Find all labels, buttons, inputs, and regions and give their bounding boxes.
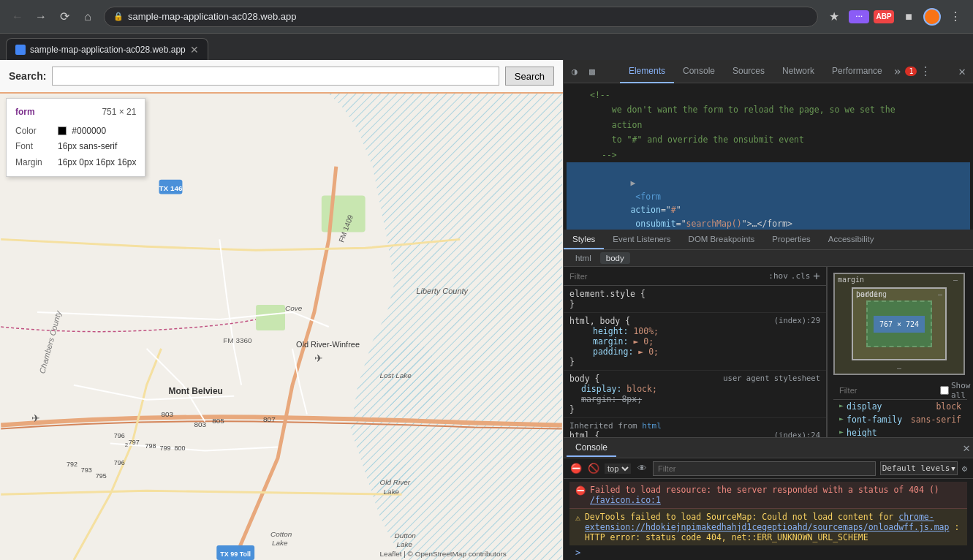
svg-text:796: 796 — [114, 432, 125, 439]
svg-text:Lake: Lake — [397, 540, 413, 548]
top-context-select[interactable]: top — [605, 463, 631, 474]
rule-source-3[interactable]: (index):24 — [774, 431, 820, 437]
tab-network[interactable]: Network — [773, 60, 823, 83]
svg-text:800: 800 — [174, 444, 185, 452]
font-family-arrow[interactable]: ► — [839, 415, 844, 425]
html-comment3: action — [567, 118, 970, 132]
home-button[interactable]: ⌂ — [77, 7, 98, 27]
styles-left: :hov .cls + element.style { } html, body… — [564, 267, 827, 437]
sub-tab-properties[interactable]: Properties — [763, 230, 819, 249]
computed-height: ► height — [833, 426, 967, 437]
computed-filter-input[interactable] — [839, 386, 940, 395]
console-close-button[interactable]: ✕ — [963, 441, 970, 455]
rule-height: height: 100%; — [569, 326, 820, 336]
search-input[interactable] — [52, 67, 499, 86]
extension-puzzle[interactable]: ■ — [898, 7, 919, 27]
html-comment5: --> — [567, 148, 970, 162]
breadcrumb-html[interactable]: html — [569, 252, 597, 264]
console-tab-bar: Console ✕ — [564, 438, 973, 458]
breadcrumb-body[interactable]: body — [600, 252, 630, 264]
forward-button[interactable]: → — [31, 7, 51, 27]
back-button[interactable]: ← — [7, 7, 28, 27]
error-link-1[interactable]: /favicon.ico:1 — [590, 495, 661, 505]
menu-button[interactable]: ⋮ — [945, 7, 966, 27]
rule-margin: margin: ► 0; — [569, 336, 820, 347]
display-arrow[interactable]: ► — [839, 401, 844, 412]
box-model-area: margin – border – padding – 767 × 724 — [827, 267, 973, 437]
main-content: Search: Search form 751 × 21 Color #0000… — [0, 60, 973, 560]
sub-tab-dom-breakpoints[interactable]: DOM Breakpoints — [680, 230, 764, 249]
height-arrow[interactable]: ► — [839, 428, 844, 437]
tab-elements[interactable]: Elements — [620, 60, 674, 83]
devtools-panel: ◑ ▩ Elements Console Sources Network Per… — [563, 60, 973, 560]
style-rule-body: body { user agent stylesheet display: bl… — [564, 371, 826, 418]
tooltip-color-val: #000000 — [58, 124, 106, 140]
tab-sources[interactable]: Sources — [724, 60, 773, 83]
sub-tab-event-listeners[interactable]: Event Listeners — [604, 230, 679, 249]
search-bar: Search: Search — [0, 60, 563, 94]
filter-cls[interactable]: .cls — [791, 271, 811, 281]
svg-text:Dutton: Dutton — [395, 531, 417, 540]
tooltip-font-val: 16px sans-serif — [58, 139, 117, 155]
console-prompt: > — [569, 545, 967, 560]
console-filter-input[interactable] — [653, 461, 876, 476]
styles-filter-input[interactable] — [569, 272, 765, 281]
adblock-button[interactable]: ABP — [874, 10, 894, 23]
html-form-line[interactable]: ▶ <form action="#" onsubmit="searchMap()… — [567, 162, 970, 230]
styles-and-box: :hov .cls + element.style { } html, body… — [564, 267, 973, 437]
tab-console[interactable]: Console — [674, 60, 724, 83]
devtools-more-button[interactable]: ⋮ — [917, 64, 934, 78]
device-icon[interactable]: ▩ — [584, 64, 600, 80]
tab-close-button[interactable]: ✕ — [190, 44, 199, 56]
browser-chrome: ← → ⟳ ⌂ 🔒 sample-map-application-ac028.w… — [0, 0, 973, 34]
tooltip-title: form 751 × 21 — [15, 105, 136, 121]
html-comment4: to "#" and override the onsubmit event — [567, 132, 970, 147]
rule-padding: padding: ► 0; — [569, 347, 820, 357]
style-rule-html-body: html, body { (index):29 height: 100%; ma… — [564, 313, 826, 371]
filter-add[interactable]: + — [813, 269, 820, 283]
tab-favicon — [15, 45, 26, 55]
right-filter-bar: Show all — [833, 381, 967, 400]
search-button[interactable]: Search — [505, 67, 554, 86]
console-filter-toggle[interactable]: 🚫 — [587, 462, 600, 475]
form-tooltip: form 751 × 21 Color #000000 Font 16px sa… — [6, 98, 145, 177]
svg-text:Cove: Cove — [285, 304, 303, 312]
html-viewer[interactable]: <!-- we don't want the form to reload th… — [564, 83, 973, 230]
default-levels-select[interactable]: Default levels ▼ — [880, 461, 958, 475]
svg-text:Old River-Winfree: Old River-Winfree — [296, 340, 360, 349]
console-settings-btn[interactable]: ⚙ — [962, 463, 967, 474]
computed-font-family: ► font-family sans-serif — [833, 413, 967, 426]
refresh-button[interactable]: ⟳ — [54, 7, 75, 27]
rule-close-1: } — [569, 357, 820, 367]
tooltip-element: form — [15, 105, 35, 121]
console-tab[interactable]: Console — [567, 439, 616, 457]
console-eye-btn[interactable]: 👁 — [635, 462, 648, 475]
active-tab[interactable]: sample-map-application-ac028.web.app ✕ — [6, 38, 208, 60]
height-name: height — [847, 428, 877, 437]
tooltip-font-row: Font 16px sans-serif — [15, 139, 136, 155]
rule-html-body-selector: html, body { (index):29 — [569, 316, 820, 326]
computed-display: ► display block — [833, 400, 967, 413]
rule-source-1[interactable]: (index):29 — [774, 316, 820, 325]
sub-tab-accessibility[interactable]: Accessibility — [819, 230, 883, 249]
rule-display: display: block; — [569, 384, 820, 394]
box-content-dims: 767 × 724 — [874, 316, 925, 333]
font-family-name: font-family — [847, 415, 902, 425]
console-content: ⛔ Failed to load resource: the server re… — [564, 479, 973, 560]
show-all-checkbox[interactable] — [940, 386, 949, 395]
bookmark-button[interactable]: ★ — [824, 7, 844, 27]
inspect-icon[interactable]: ◑ — [567, 64, 583, 80]
svg-text:807: 807 — [263, 415, 276, 423]
svg-text:Lake: Lake — [384, 488, 400, 496]
filter-hov[interactable]: :hov — [768, 271, 788, 281]
tooltip-margin-key: Margin — [15, 155, 52, 171]
profile-avatar[interactable] — [923, 8, 941, 26]
extension-dots[interactable]: ⋯ — [849, 10, 869, 23]
tab-performance[interactable]: Performance — [823, 60, 891, 83]
address-bar[interactable]: 🔒 sample-map-application-ac028.web.app — [104, 7, 818, 27]
more-tabs-button[interactable]: » — [891, 64, 904, 78]
devtools-close-button[interactable]: ✕ — [954, 64, 970, 78]
sub-tab-styles[interactable]: Styles — [564, 230, 604, 249]
svg-text:FM 3360: FM 3360 — [223, 336, 252, 344]
console-clear-btn[interactable]: ⛔ — [569, 462, 583, 475]
